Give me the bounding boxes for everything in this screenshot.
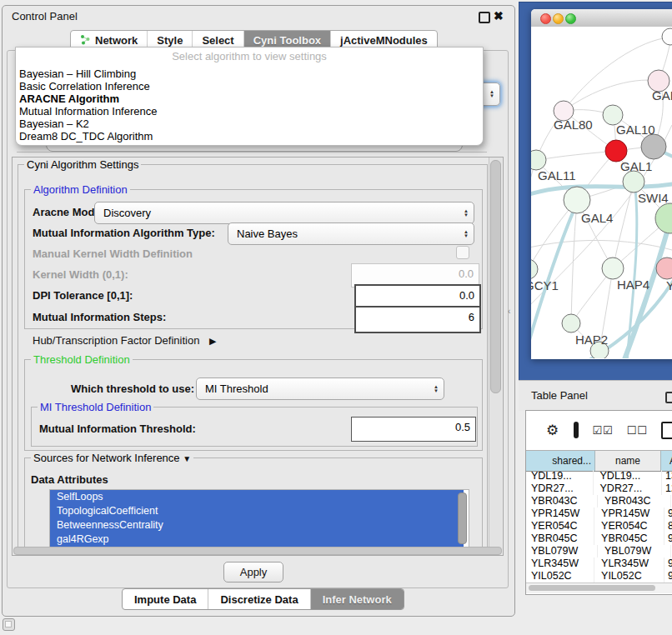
table-header-row: shared... name A [526, 450, 672, 472]
node-label: Y [666, 278, 672, 292]
tab-impute-data[interactable]: Impute Data [123, 589, 208, 609]
apply-button[interactable]: Apply [223, 562, 283, 582]
chevron-right-icon: ▶ [209, 336, 216, 346]
node-label: GAL [652, 88, 672, 102]
zoom-window-button[interactable] [565, 13, 576, 24]
popup-item-bayesian-hill-climbing[interactable]: Bayesian – Hill Climbing [19, 68, 478, 80]
tab-discretize-data[interactable]: Discretize Data [208, 589, 309, 609]
node-label: GAL11 [538, 168, 576, 182]
export-table-icon[interactable] [661, 422, 672, 439]
settings-horizontal-scrollbar[interactable] [13, 547, 502, 555]
tab-network-label: Network [95, 34, 138, 47]
node-label: GAL4 [581, 211, 613, 225]
column-header-name[interactable]: name [595, 451, 661, 471]
table-row[interactable]: YDR27...YDR27...12 [526, 482, 672, 495]
network-node-gray[interactable] [641, 134, 666, 159]
combo-stepper-icon: ▲▼ [429, 378, 444, 399]
table-row[interactable]: YIL052CYIL052C9. [526, 570, 672, 582]
kernel-width-label: Kernel Width (0,1): [33, 268, 128, 281]
table-panel-title: Table Panel [531, 389, 588, 402]
list-item-gal4rgexp[interactable]: gal4RGexp [50, 532, 464, 547]
which-threshold-combobox[interactable]: MI Threshold ▲▼ [196, 378, 444, 400]
undock-table-panel-icon[interactable] [665, 392, 672, 403]
network-node[interactable] [662, 28, 672, 45]
network-canvas[interactable]: GAL GAL80 GAL10 GAL1 GAL11 SWI4 GAL4 GCY… [531, 27, 672, 358]
which-threshold-label: Which threshold to use: [71, 382, 194, 395]
table-row[interactable]: YPR145WYPR145W9. [526, 508, 672, 520]
data-attributes-label: Data Attributes [31, 473, 108, 486]
hub-definition-toggle[interactable]: Hub/Transcription Factor Definition ▶ [33, 334, 216, 347]
node-label: HAP4 [617, 278, 649, 292]
network-node-hap2[interactable] [562, 314, 580, 332]
mi-algorithm-type-combobox[interactable]: Naive Bayes ▲▼ [228, 222, 474, 245]
popup-item-dream8[interactable]: Dream8 DC_TDC Algorithm [19, 130, 478, 142]
mi-algorithm-type-label: Mutual Information Algorithm Type: [33, 227, 215, 239]
table-toolbar: ⚙ ☑☑ ☐☐ [526, 411, 672, 449]
algorithm-dropdown-popup: Select algorithm to view settings Bayesi… [15, 47, 484, 146]
close-window-button[interactable] [540, 13, 551, 24]
list-item-selfloops[interactable]: SelfLoops [50, 490, 464, 504]
table-row[interactable]: YDL19...YDL19...13 [526, 470, 672, 482]
group-title-cyni-algorithm-settings: Cyni Algorithm Settings [24, 158, 141, 171]
node-label: GAL10 [616, 122, 655, 137]
minimized-panel-icon[interactable] [3, 618, 15, 631]
popup-item-bayesian-k2[interactable]: Bayesian – K2 [19, 118, 478, 130]
combo-stepper-icon: ▲▼ [459, 223, 474, 244]
network-node-gal11[interactable] [531, 150, 546, 170]
minimize-window-button[interactable] [553, 13, 564, 24]
settings-gear-icon[interactable]: ⚙ [546, 422, 559, 439]
table-horizontal-scrollbar[interactable] [526, 582, 672, 593]
mi-threshold-field[interactable]: 0.5 [351, 417, 476, 442]
manual-kernel-width-checkbox[interactable] [456, 246, 469, 259]
node-label: HAP2 [575, 332, 608, 347]
network-icon [80, 34, 91, 48]
node-label: GCY1 [531, 278, 559, 292]
deselect-all-checkboxes-icon[interactable]: ☐☐ [627, 424, 648, 437]
network-node-gcy1[interactable] [531, 259, 538, 279]
list-item-topologicalcoefficient[interactable]: TopologicalCoefficient [50, 504, 464, 518]
select-all-checkboxes-icon[interactable]: ☑☑ [592, 424, 613, 437]
manual-kernel-width-label: Manual Kernel Width Definition [33, 248, 193, 260]
network-node-hap4[interactable] [602, 258, 624, 279]
aracne-mode-combobox[interactable]: Discovery ▲▼ [94, 202, 474, 224]
table-horizontal-scrollbar-thumb[interactable] [529, 585, 655, 591]
list-item-betweennesscentrality[interactable]: BetweennessCentrality [50, 518, 464, 532]
network-window-titlebar[interactable] [531, 9, 672, 28]
table-row[interactable]: YLR345WYLR345W9. [526, 558, 672, 570]
popup-item-mutual-information[interactable]: Mutual Information Inference [19, 105, 478, 118]
popup-item-basic-correlation[interactable]: Basic Correlation Inference [19, 80, 478, 92]
table-row[interactable]: YBL079WYBL079W [526, 545, 672, 558]
close-panel-icon[interactable]: ✖ [494, 9, 504, 22]
network-node-swi4[interactable] [623, 171, 644, 192]
node-label: GAL80 [554, 118, 593, 132]
settings-vertical-scrollbar-thumb[interactable] [490, 160, 501, 393]
table-row[interactable]: YBR043CYBR043C [526, 495, 672, 508]
list-vertical-scrollbar[interactable] [458, 492, 467, 544]
network-node-gal4[interactable] [564, 187, 590, 213]
combo-stepper-icon: ▲▼ [484, 83, 499, 105]
group-title-mi-threshold: MI Threshold Definition [38, 401, 153, 413]
data-attributes-list: SelfLoops TopologicalCoefficient Between… [49, 489, 469, 549]
mi-steps-field[interactable]: 6 [354, 306, 481, 333]
column-header-shared-name[interactable]: shared... [526, 451, 595, 471]
split-pane-handle[interactable]: ‹ [508, 307, 510, 316]
cyni-settings-scrollpane: Cyni Algorithm Settings Algorithm Defini… [12, 157, 504, 556]
table-row[interactable]: YER054CYER054C8. [526, 520, 672, 532]
column-visibility-icon[interactable] [574, 422, 579, 438]
node-label: GAL1 [620, 159, 652, 173]
group-title-sources[interactable]: Sources for Network Inference ▼ [31, 452, 193, 464]
group-title-algorithm-definition: Algorithm Definition [31, 183, 130, 196]
tab-infer-network[interactable]: Infer Network [310, 589, 404, 609]
undock-panel-icon[interactable] [479, 12, 490, 23]
popup-item-aracne[interactable]: ARACNE Algorithm [19, 92, 478, 105]
mi-threshold-label: Mutual Information Threshold: [39, 422, 196, 435]
control-panel-title: Control Panel [12, 10, 78, 22]
group-title-threshold-definition: Threshold Definition [31, 353, 133, 366]
group-border-line [17, 152, 487, 152]
cyni-bottom-tabbar: Impute Data Discretize Data Infer Networ… [122, 588, 404, 610]
table-body: YDL19...YDL19...13 YDR27...YDR27...12 YB… [526, 470, 672, 582]
mi-steps-label: Mutual Information Steps: [33, 311, 166, 323]
chevron-down-icon: ▼ [183, 454, 191, 463]
table-row[interactable]: YBR045CYBR045C9. [526, 532, 672, 545]
column-header-partial[interactable]: A [661, 451, 672, 471]
